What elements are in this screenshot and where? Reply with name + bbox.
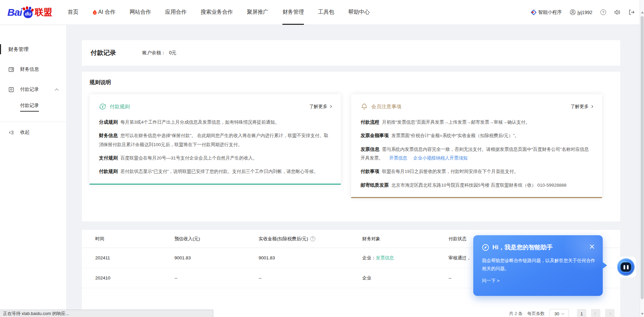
mini-program-entry[interactable]: 智能小程序 bbox=[531, 9, 562, 15]
member-notes-more-link[interactable]: 了解更多 bbox=[571, 104, 593, 110]
cell-finance-object: 企业 bbox=[362, 275, 448, 281]
column-estimated-income: 预估收入(元) bbox=[174, 236, 259, 242]
main-nav: 首页 AI 合作 网站合作 应用合作 搜索业务合作 聚屏推广 财务管理 工具包 … bbox=[68, 0, 370, 25]
sidebar-group-finance-management[interactable]: 财务管理 bbox=[0, 44, 66, 55]
cell-finance-object: 企业：发票信息 bbox=[362, 255, 448, 261]
chevron-down-icon bbox=[561, 312, 564, 314]
popup-arrow bbox=[602, 262, 607, 269]
mini-program-icon bbox=[531, 10, 536, 15]
rule-item: 邮寄纸质发票北京市海淀区西北旺东路10号院百度科技园5号楼 百度联盟财务组（收）… bbox=[361, 181, 593, 190]
assistant-popup: Hi，我是您的智能助手 我会帮助您诊断合作链路问题，以及解答您关于任何合作相关的… bbox=[473, 235, 603, 296]
assistant-title: Hi，我是您的智能助手 bbox=[492, 243, 553, 251]
sidebar-collapse-button[interactable]: 收起 bbox=[0, 129, 66, 135]
column-actual-amount: 实收金额(扣除税费后/元) ? bbox=[259, 236, 362, 242]
rule-item: 付款规则若付款状态显示“已支付”，说明联盟已安排了您的付款。支付后三个工作日内到… bbox=[99, 167, 331, 176]
flame-icon bbox=[93, 10, 97, 15]
nav-item-finance-management[interactable]: 财务管理 bbox=[282, 0, 304, 25]
logout-icon[interactable] bbox=[629, 9, 635, 15]
prev-page-button[interactable] bbox=[591, 309, 600, 317]
page-header: 付款记录 账户余额：0元 bbox=[82, 40, 620, 66]
cell-actual: 9001.83 bbox=[259, 255, 362, 260]
rule-item: 发票信息需与系统内发票信息内容完全一致，否则无法支付。请根据发票信息页面中“百度… bbox=[361, 145, 593, 163]
logo-text-bai: Bai bbox=[7, 7, 22, 18]
sidebar-item-finance-info[interactable]: 财务信息 bbox=[0, 64, 66, 75]
user-icon bbox=[570, 9, 576, 15]
cell-actual: -- bbox=[259, 275, 362, 280]
chevron-left-icon bbox=[594, 312, 597, 315]
rule-item: 付款事项联盟在每月19日之后签收的发票，付款时间安排在下个月首批支付。 bbox=[361, 167, 593, 176]
user-account[interactable]: jyj1992 bbox=[570, 9, 592, 15]
column-finance-object: 财务对象 bbox=[362, 236, 448, 242]
scrollbar-thumb[interactable] bbox=[641, 16, 644, 299]
finance-info-icon bbox=[8, 67, 14, 72]
per-page-select[interactable]: 30 bbox=[549, 309, 569, 317]
column-time: 时间 bbox=[95, 236, 174, 242]
payment-rules-more-link[interactable]: 了解更多 bbox=[309, 104, 331, 110]
assistant-robot-avatar[interactable] bbox=[616, 257, 636, 277]
cell-estimated: -- bbox=[174, 275, 259, 280]
close-icon[interactable] bbox=[589, 244, 595, 249]
total-count: 共 2 条 bbox=[509, 311, 523, 317]
account-balance: 账户余额：0元 bbox=[142, 50, 176, 56]
scroll-up-arrow-icon[interactable] bbox=[641, 11, 644, 13]
member-notes-title: 会员注意事项 bbox=[371, 104, 401, 110]
chevron-right-icon bbox=[329, 105, 332, 108]
chevron-up-icon[interactable] bbox=[55, 88, 58, 92]
page-number-button[interactable]: 1 bbox=[577, 309, 586, 317]
balance-value: 0元 bbox=[169, 50, 176, 55]
baidu-union-logo[interactable]: Bai du 联盟 bbox=[7, 6, 52, 18]
nav-item-screen-promotion[interactable]: 聚屏推广 bbox=[247, 0, 268, 25]
coin-yen-icon bbox=[99, 103, 106, 110]
chevron-right-icon bbox=[590, 105, 593, 108]
robot-icon bbox=[617, 258, 635, 276]
chevron-right-icon bbox=[608, 312, 611, 315]
paw-icon: du bbox=[22, 7, 34, 18]
vertical-scrollbar[interactable] bbox=[640, 0, 644, 317]
rule-item: 分成规则每月第3或4个工作日产出上月分成信息及发票信息，如有特殊情况将提前通知。 bbox=[99, 118, 331, 127]
sidebar-item-payment-record[interactable]: 付款记录 bbox=[0, 84, 66, 95]
rule-item: 财务信息您可以在财务信息中选择“保留付款”。 在此期间您产生的收入将在账户内进行… bbox=[99, 131, 331, 149]
nav-item-help-center[interactable]: 帮助中心 bbox=[348, 0, 370, 25]
sound-icon[interactable] bbox=[614, 9, 621, 15]
nav-item-toolkit[interactable]: 工具包 bbox=[318, 0, 334, 25]
sidebar-divider bbox=[0, 122, 66, 122]
cell-estimated: 9001.83 bbox=[174, 255, 259, 260]
invoice-info-table-link[interactable]: 发票信息 bbox=[376, 255, 394, 260]
navbar-right-tools: 智能小程序 jyj1992 ? bbox=[531, 9, 635, 15]
browser-status-bar: 正在等待 xlab.baidu.com 的响应... bbox=[0, 310, 213, 317]
bell-icon bbox=[361, 103, 368, 110]
payment-rules-title: 付款规则 bbox=[110, 104, 130, 110]
rule-item: 发票金额事项发票票面“价税合计”金额=系统中“实收金额（扣除税费后/元）”。 bbox=[361, 131, 593, 140]
rules-panel: 规则说明 付款规则 了解更多 分成规则每月第3或4个工作日产出上月分成信息及发票… bbox=[82, 72, 620, 221]
sidebar-subitem-payment-record[interactable]: 付款记录 bbox=[0, 103, 66, 112]
cell-time: 202411 bbox=[95, 255, 174, 260]
nav-item-ai-cooperation[interactable]: AI 合作 bbox=[93, 0, 116, 25]
rule-item: 支付规则百度联盟会在每月20号—31号支付企业会员上个自然月产生的收入。 bbox=[99, 153, 331, 163]
page-title: 付款记录 bbox=[91, 49, 116, 57]
logo-text-union: 联盟 bbox=[35, 6, 52, 18]
nav-item-home[interactable]: 首页 bbox=[68, 0, 78, 25]
compass-icon bbox=[482, 244, 489, 251]
help-icon[interactable]: ? bbox=[600, 9, 606, 15]
nav-item-search-business[interactable]: 搜索业务合作 bbox=[201, 0, 233, 25]
scroll-down-arrow-icon[interactable] bbox=[641, 313, 644, 315]
invoice-info-link[interactable]: 开票信息 bbox=[389, 155, 407, 161]
nav-item-website-cooperation[interactable]: 网站合作 bbox=[129, 0, 151, 25]
payment-rules-card: 付款规则 了解更多 分成规则每月第3或4个工作日产出上月分成信息及发票信息，如有… bbox=[90, 94, 341, 185]
rules-section-title: 规则说明 bbox=[90, 79, 612, 86]
top-navbar: Bai du 联盟 首页 AI 合作 网站合作 应用合作 搜索业务合作 聚屏推广… bbox=[0, 0, 644, 25]
screen: Bai du 联盟 首页 AI 合作 网站合作 应用合作 搜索业务合作 聚屏推广… bbox=[0, 0, 644, 317]
ask-now-link[interactable]: 问一下 > bbox=[482, 278, 499, 284]
status-text: 正在等待 xlab.baidu.com 的响应... bbox=[3, 311, 69, 317]
cell-time: 202410 bbox=[95, 275, 174, 280]
next-page-button[interactable] bbox=[605, 309, 614, 317]
tooltip-question-icon[interactable]: ? bbox=[310, 236, 315, 241]
payment-record-icon bbox=[8, 87, 14, 92]
sidebar: 财务管理 财务信息 付款记录 付款记录 收起 bbox=[0, 25, 66, 317]
member-notes-card: 会员注意事项 了解更多 付款流程月初按“发票信息”页面开具发票→上传发票→邮寄发… bbox=[351, 94, 602, 198]
small-taxpayer-notice-link[interactable]: 企业小规模纳税人开票须知 bbox=[413, 155, 468, 161]
nav-item-app-cooperation[interactable]: 应用合作 bbox=[165, 0, 186, 25]
logo-text-du: du bbox=[25, 11, 31, 16]
rule-item: 付款流程月初按“发票信息”页面开具发票→上传发票→邮寄发票→审核→确认支付。 bbox=[361, 118, 593, 127]
per-page-label: 每页条数 bbox=[527, 311, 545, 317]
